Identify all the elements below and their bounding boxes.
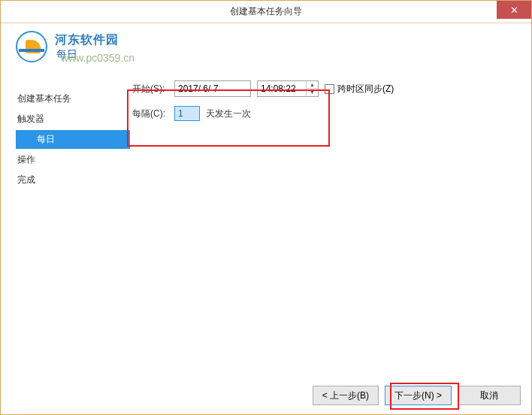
header: 河东软件园 每日 www.pc0359.cn [1,23,531,68]
tz-checkbox[interactable] [325,84,334,94]
sidebar-item-trigger[interactable]: 触发器 [16,110,132,129]
start-row: 开始(S): 2017/ 6/ 7 ⌄ 14:08:22 ▲ ▼ [132,76,522,101]
brand-label: 河东软件园 [55,32,119,48]
sidebar-item-action[interactable]: 操作 [16,150,132,169]
close-button[interactable]: ✕ [497,1,531,19]
spinner-down-icon[interactable]: ▼ [307,89,318,96]
date-picker[interactable]: 2017/ 6/ 7 ⌄ [174,80,251,97]
interval-label: 每隔(C): [132,108,168,120]
main-panel: 开始(S): 2017/ 6/ 7 ⌄ 14:08:22 ▲ ▼ [132,68,522,377]
logo-icon [16,31,47,62]
next-button[interactable]: 下一步(N) > [385,386,452,405]
cancel-button[interactable]: 取消 [458,386,521,405]
chevron-down-icon: ⌄ [241,85,247,92]
back-button[interactable]: < 上一步(B) [313,386,379,405]
spinner-up-icon[interactable]: ▲ [307,81,318,89]
dialog-window: 创建基本任务向导 ✕ 河东软件园 每日 www.pc0359.cn 创建基本任务… [0,0,532,415]
interval-row: 每隔(C): 天发生一次 [132,101,522,126]
time-picker[interactable]: 14:08:22 ▲ ▼ [257,80,319,97]
body-area: 创建基本任务 触发器 每日 操作 完成 开始(S): 2017/ 6/ 7 ⌄ … [1,68,531,377]
dialog-inner: 河东软件园 每日 www.pc0359.cn 创建基本任务 触发器 每日 操作 … [1,23,531,414]
start-label: 开始(S): [132,83,168,95]
titlebar-title: 创建基本任务向导 [230,5,302,18]
interval-input[interactable] [174,106,200,121]
watermark-text: www.pc0359.cn [61,52,135,64]
tz-checkbox-label: 跨时区同步(Z) [337,83,394,95]
close-icon: ✕ [510,5,518,16]
time-value: 14:08:22 [258,83,306,94]
sidebar-item-finish[interactable]: 完成 [16,171,132,189]
interval-suffix: 天发生一次 [206,108,251,120]
titlebar: 创建基本任务向导 ✕ [1,1,531,23]
sidebar-item-create[interactable]: 创建基本任务 [16,89,132,108]
sidebar-item-daily[interactable]: 每日 [16,130,130,149]
tz-checkbox-wrap: 跨时区同步(Z) [325,83,394,95]
date-value: 2017/ 6/ 7 [178,83,218,94]
spinner-buttons: ▲ ▼ [306,81,318,96]
sidebar: 创建基本任务 触发器 每日 操作 完成 [1,68,132,377]
footer: < 上一步(B) 下一步(N) > 取消 [1,377,531,414]
